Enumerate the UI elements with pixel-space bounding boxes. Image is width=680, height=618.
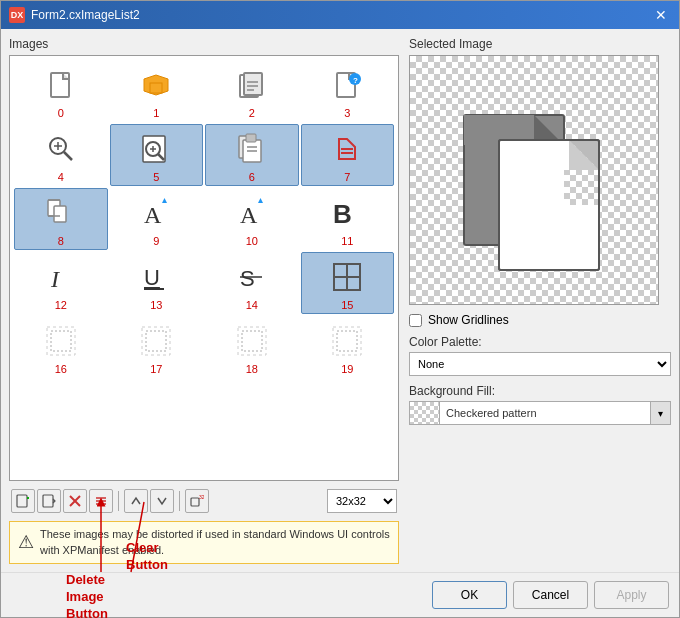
svg-rect-1 [150,83,162,93]
color-palette-label: Color Palette: [409,335,671,349]
image-cell-3[interactable]: ? 3 [301,60,395,122]
svg-text:A: A [144,202,162,228]
svg-rect-69 [499,140,569,170]
main-window: DX Form2.cxImageList2 ✕ Images [0,0,680,618]
image-cell-9[interactable]: A 9 [110,188,204,250]
image-cell-13[interactable]: U 13 [110,252,204,314]
size-select[interactable]: 32x32 16x16 24x24 48x48 64x64 [327,489,397,513]
bg-fill-swatch [410,402,440,424]
background-fill-dropdown[interactable]: Checkered pattern ▾ [409,401,671,425]
move-down-button[interactable] [150,489,174,513]
export-button[interactable]: 32 [185,489,209,513]
color-palette-select[interactable]: None Windows Web Custom [409,352,671,376]
image-cell-16[interactable]: 16 [14,316,108,378]
show-gridlines-checkbox[interactable] [409,314,422,327]
image-cell-11[interactable]: B 11 [301,188,395,250]
image-cell-19[interactable]: 19 [301,316,395,378]
close-button[interactable]: ✕ [651,5,671,25]
svg-marker-29 [162,198,167,203]
svg-rect-3 [244,73,262,95]
title-bar: DX Form2.cxImageList2 ✕ [1,1,679,29]
svg-rect-52 [43,495,53,507]
move-up-button[interactable] [124,489,148,513]
clear-button[interactable] [89,489,113,513]
image-cell-0[interactable]: 0 [14,60,108,122]
bg-fill-arrow[interactable]: ▾ [650,402,670,424]
main-content: Images 0 [1,29,679,572]
image-cell-4[interactable]: 4 [14,124,108,186]
svg-rect-59 [191,498,199,506]
image-cell-18[interactable]: 18 [205,316,299,378]
right-panel: Selected Image [409,37,671,564]
image-cell-7[interactable]: 7 [301,124,395,186]
background-fill-group: Background Fill: Checkered pattern ▾ [409,384,671,425]
show-gridlines-row: Show Gridlines [409,313,671,327]
show-gridlines-label[interactable]: Show Gridlines [428,313,509,327]
svg-rect-25 [54,206,66,222]
toolbar: 32 32x32 16x16 24x24 48x48 64x64 [9,485,399,517]
svg-text:U: U [144,265,160,290]
warning-icon: ⚠ [18,530,34,555]
image-cell-17[interactable]: 17 [110,316,204,378]
import-button[interactable] [37,489,61,513]
image-cell-2[interactable]: 2 [205,60,299,122]
image-cell-8[interactable]: 8 [14,188,108,250]
checkered-background [410,56,658,304]
apply-button[interactable]: Apply [594,581,669,609]
images-section-label: Images [9,37,399,51]
svg-text:32: 32 [199,494,204,500]
image-cell-12[interactable]: I 12 [14,252,108,314]
image-cell-5[interactable]: 5 [110,124,204,186]
warning-bar: ⚠ These images may be distorted if used … [9,521,399,564]
selected-image-label: Selected Image [409,37,671,51]
delete-image-button[interactable] [63,489,87,513]
svg-text:S: S [240,266,255,291]
left-panel: Images 0 [9,37,399,564]
svg-rect-21 [246,134,256,142]
svg-rect-48 [337,331,357,351]
images-grid[interactable]: 0 1 [9,55,399,481]
add-image-button[interactable] [11,489,35,513]
warning-text: These images may be distorted if used in… [40,527,390,558]
app-icon: DX [9,7,25,23]
options-area: Show Gridlines Color Palette: None Windo… [409,313,671,425]
svg-text:B: B [333,199,352,229]
image-cell-1[interactable]: 1 [110,60,204,122]
svg-marker-31 [258,198,263,203]
bg-fill-text: Checkered pattern [440,407,650,419]
background-fill-label: Background Fill: [409,384,671,398]
image-cell-14[interactable]: S 14 [205,252,299,314]
image-cell-6[interactable]: 6 [205,124,299,186]
svg-rect-44 [146,331,166,351]
svg-rect-42 [51,331,71,351]
svg-text:I: I [50,266,60,292]
image-preview [409,55,659,305]
cancel-button[interactable]: Cancel [513,581,588,609]
bottom-bar: OK Cancel Apply [1,572,679,617]
window-title: Form2.cxImageList2 [31,8,140,22]
color-palette-group: Color Palette: None Windows Web Custom [409,335,671,376]
svg-text:?: ? [353,76,358,85]
image-cell-15[interactable]: 15 [301,252,395,314]
svg-line-11 [64,152,72,160]
image-cell-10[interactable]: A 10 [205,188,299,250]
svg-rect-46 [242,331,262,351]
ok-button[interactable]: OK [432,581,507,609]
svg-rect-49 [17,495,27,507]
svg-text:A: A [240,202,258,228]
